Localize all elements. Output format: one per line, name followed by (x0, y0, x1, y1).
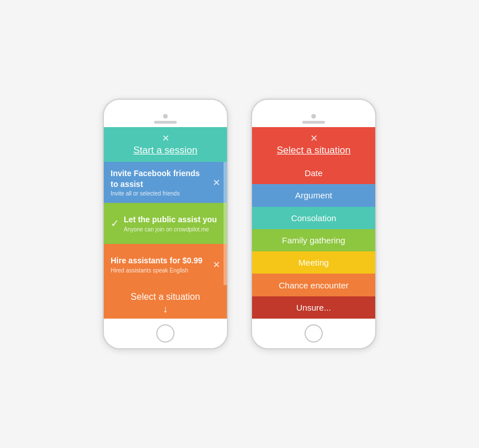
situation-family[interactable]: Family gathering (252, 229, 375, 251)
situation-consolation[interactable]: Consolation (252, 207, 375, 229)
hire-option-sub: Hired assistants speak English (111, 267, 208, 274)
public-check-icon: ✓ (111, 217, 119, 230)
situation-argument[interactable]: Argument (252, 184, 375, 206)
screen2-header: ✕ Select a situation (252, 127, 375, 162)
close-icon-2[interactable]: ✕ (258, 133, 370, 144)
screen1-header: ✕ Start a session (104, 127, 227, 162)
speaker-1 (154, 121, 177, 124)
hire-option-icon: ✕ (213, 259, 220, 270)
hire-option[interactable]: Hire assistants for $0.99 Hired assistan… (104, 244, 227, 285)
situation-unsure-label: Unsure... (297, 303, 331, 312)
white-strip-1 (224, 162, 227, 203)
public-option-text: Let the public assist you Anyone can joi… (124, 214, 220, 232)
phone-2: ✕ Select a situation Date Argument Conso… (251, 99, 376, 349)
white-strip-3 (224, 244, 227, 285)
camera-1 (163, 114, 168, 119)
situation-meeting-label: Meeting (298, 258, 328, 267)
situation-date[interactable]: Date (252, 162, 375, 184)
phone-1-bottom (104, 319, 227, 348)
screen2-title: Select a situation (277, 145, 350, 156)
phone-1-screen: ✕ Start a session Invite Facebook friend… (104, 127, 227, 319)
public-option[interactable]: ✓ Let the public assist you Anyone can j… (104, 203, 227, 244)
situation-family-label: Family gathering (282, 235, 346, 245)
public-option-sub: Anyone can join on crowdpilot.me (124, 226, 220, 233)
facebook-option[interactable]: Invite Facebook friends to assist Invite… (104, 162, 227, 203)
situation-consolation-label: Consolation (291, 213, 336, 223)
close-icon-1[interactable]: ✕ (109, 133, 221, 144)
situation-chance[interactable]: Chance encounter (252, 274, 375, 296)
hire-option-text: Hire assistants for $0.99 Hired assistan… (111, 255, 208, 273)
situation-date-label: Date (305, 168, 323, 178)
down-arrow-icon: ↓ (109, 303, 221, 315)
situation-meeting[interactable]: Meeting (252, 251, 375, 274)
phone-1-top (104, 100, 227, 127)
speaker-2 (302, 121, 325, 124)
options-list: Invite Facebook friends to assist Invite… (104, 162, 227, 285)
facebook-option-sub: Invite all or selected friends (111, 190, 208, 197)
situation-argument-label: Argument (295, 190, 332, 200)
screen1-title: Start a session (133, 145, 197, 156)
camera-2 (311, 114, 316, 119)
phone-1: ✕ Start a session Invite Facebook friend… (103, 99, 228, 349)
phones-container: ✕ Start a session Invite Facebook friend… (103, 99, 376, 349)
situation-list: Date Argument Consolation Family gatheri… (252, 162, 375, 319)
situation-unsure[interactable]: Unsure... (252, 296, 375, 319)
screen1-footer[interactable]: Select a situation ↓ (104, 285, 227, 319)
phone-2-bottom (252, 319, 375, 348)
public-option-main: Let the public assist you (124, 214, 220, 225)
white-strip-2 (224, 203, 227, 244)
facebook-option-icon: ✕ (213, 177, 220, 188)
home-button-2[interactable] (305, 324, 323, 343)
facebook-option-text: Invite Facebook friends to assist Invite… (111, 168, 208, 196)
home-button-1[interactable] (156, 324, 174, 343)
footer-label: Select a situation (131, 292, 200, 302)
situation-chance-label: Chance encounter (279, 280, 349, 290)
facebook-option-main: Invite Facebook friends to assist (111, 168, 208, 189)
phone-2-screen: ✕ Select a situation Date Argument Conso… (252, 127, 375, 319)
phone-2-top (252, 100, 375, 127)
hire-option-main: Hire assistants for $0.99 (111, 255, 208, 266)
